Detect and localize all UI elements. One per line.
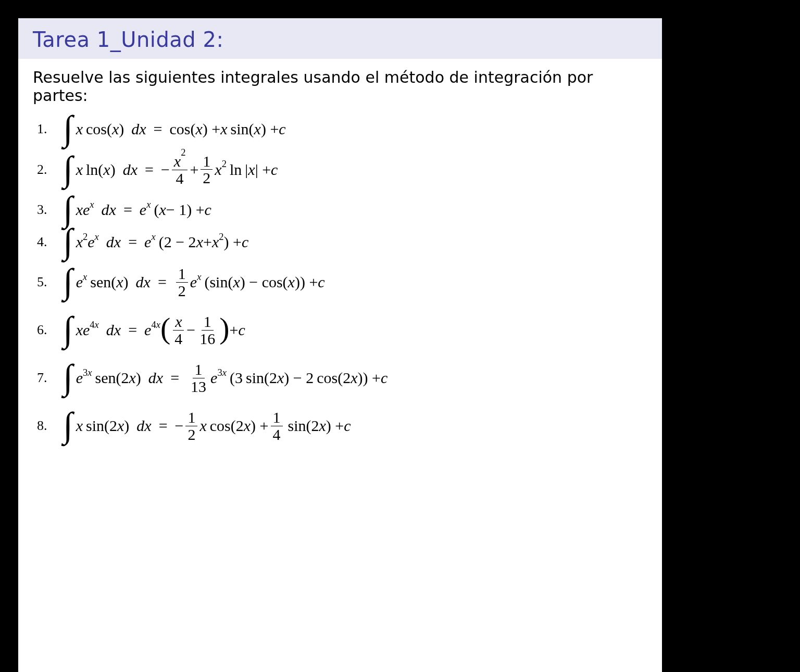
list-item: 1. ∫ xcos(x)dx = cos(x) + xsin(x) + c — [37, 113, 647, 145]
equation: ∫ e3xsen(2x)dx = 113e3x(3sin(2x) − 2cos(… — [63, 361, 388, 395]
equation: ∫ xexdx = ex(x − 1) + c — [63, 201, 211, 219]
list-item: 3. ∫ xexdx = ex(x − 1) + c — [37, 194, 647, 226]
equation: ∫ xcos(x)dx = cos(x) + xsin(x) + c — [63, 120, 286, 138]
equation: ∫ xsin(2x)dx = −12xcos(2x) +14sin(2x) + … — [63, 409, 351, 442]
page-subtitle: Resuelve las siguientes integrales usand… — [18, 59, 662, 110]
list-item: 5. ∫ exsen(x)dx = 12ex(sin(x) − cos(x)) … — [37, 258, 647, 306]
list-item: 2. ∫ xln(x)dx = −x24 +12x2ln|x| + c — [37, 145, 647, 194]
list-item: 4. ∫ x2exdx = ex(2 − 2x + x2) + c — [37, 226, 647, 258]
equation: ∫ xe4xdx = e4x ( x4 − 116 ) + c — [63, 313, 245, 347]
item-number: 3. — [37, 202, 63, 218]
equation: ∫ x2exdx = ex(2 − 2x + x2) + c — [63, 233, 248, 251]
item-number: 8. — [37, 418, 63, 434]
item-number: 7. — [37, 370, 63, 386]
item-number: 5. — [37, 274, 63, 290]
document-page: Tarea 1_Unidad 2: Resuelve las siguiente… — [18, 18, 662, 672]
list-item: 8. ∫ xsin(2x)dx = −12xcos(2x) +14sin(2x)… — [37, 402, 647, 450]
problem-list: 1. ∫ xcos(x)dx = cos(x) + xsin(x) + c 2.… — [18, 110, 662, 450]
list-item: 7. ∫ e3xsen(2x)dx = 113e3x(3sin(2x) − 2c… — [37, 354, 647, 402]
page-title: Tarea 1_Unidad 2: — [18, 18, 662, 59]
equation: ∫ xln(x)dx = −x24 +12x2ln|x| + c — [63, 153, 278, 186]
item-number: 6. — [37, 322, 63, 338]
item-number: 2. — [37, 162, 63, 177]
item-number: 4. — [37, 234, 63, 250]
list-item: 6. ∫ xe4xdx = e4x ( x4 − 116 ) + c — [37, 306, 647, 354]
item-number: 1. — [37, 121, 63, 137]
equation: ∫ exsen(x)dx = 12ex(sin(x) − cos(x)) + c — [63, 265, 325, 299]
